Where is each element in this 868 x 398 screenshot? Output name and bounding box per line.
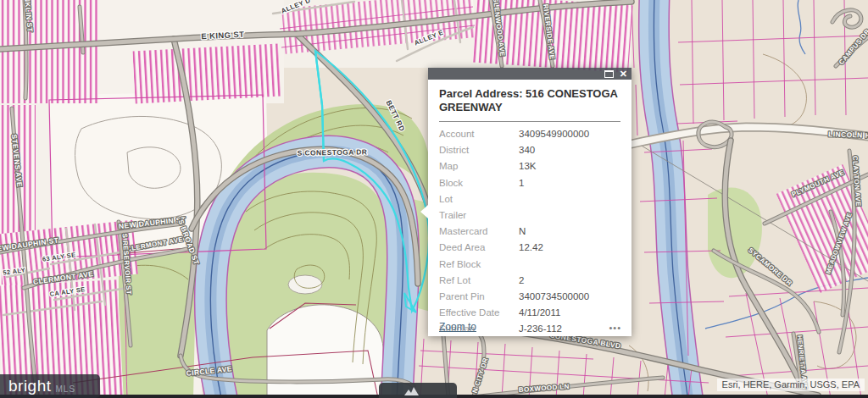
mountain-icon (404, 387, 420, 395)
basemap-thumbnail[interactable] (379, 383, 457, 398)
field-value: 4/11/2011 (519, 305, 560, 321)
field-value: 3400734500000 (519, 289, 589, 305)
popup-body: Parcel Address: 516 CONESTOGA GREENWAY A… (428, 80, 632, 336)
field-label: District (439, 142, 519, 158)
popup-field-row: District340 (439, 142, 620, 158)
popup-field-row: Deed Area12.42 (439, 240, 620, 256)
close-icon[interactable]: ✕ (620, 69, 627, 79)
field-value: 13K (519, 158, 536, 174)
zoom-to-link[interactable]: Zoom to (439, 321, 476, 333)
popup-fields: Account3409549900000District340Map13KBlo… (439, 126, 620, 337)
popup-title: Parcel Address: 516 CONESTOGA GREENWAY (439, 80, 620, 114)
popup-separator (439, 121, 620, 122)
field-label: Mastercard (439, 224, 519, 240)
popup-footer: Zoom to ••• (439, 321, 621, 333)
popup-field-row: Parent Pin3400734500000 (439, 289, 620, 305)
field-label: Deed Area (439, 240, 519, 256)
street-label: S CONESTOGA DR (298, 147, 368, 157)
popup-field-row: Account3409549900000 (439, 126, 620, 142)
field-value: 3409549900000 (519, 126, 589, 142)
popup-field-row: Trailer (439, 207, 620, 224)
map-attribution: Esri, HERE, Garmin, USGS, EPA (717, 379, 865, 391)
field-label: Parent Pin (439, 289, 519, 305)
popup-field-row: Block1 (439, 175, 620, 191)
brand-suffix: MLS (56, 384, 76, 394)
field-value: 340 (519, 142, 535, 158)
brand-name: bright (8, 377, 52, 395)
field-label: Block (439, 175, 519, 191)
popup-pointer (420, 205, 428, 218)
popup-field-row: Lot (439, 191, 620, 207)
field-value: 2 (519, 273, 524, 289)
field-label: Effective Date (439, 305, 519, 321)
map-application-window: E KING STALLEY DALLEY EBETT RDS CONESTOG… (0, 0, 868, 398)
brand-watermark: bright MLS (0, 374, 100, 398)
field-label: Account (439, 126, 519, 142)
popup-field-row: Map13K (439, 158, 620, 174)
street-label: LINCOLN H (828, 130, 868, 140)
field-value: 12.42 (519, 240, 543, 256)
field-value: N (519, 224, 526, 240)
field-label: Lot (439, 191, 519, 207)
popup-titlebar: ✕ (428, 68, 632, 80)
field-label: Ref Block (439, 257, 519, 273)
maximize-icon[interactable] (604, 70, 614, 78)
popup-field-row: Ref Lot2 (439, 273, 620, 289)
parcel-info-popup: ✕ Parcel Address: 516 CONESTOGA GREENWAY… (428, 68, 632, 336)
popup-field-row: Ref Block (439, 257, 620, 273)
more-options-button[interactable]: ••• (609, 323, 621, 333)
popup-field-row: MastercardN (439, 224, 620, 240)
popup-field-row: Effective Date4/11/2011 (439, 305, 620, 321)
field-value: 1 (519, 175, 524, 191)
field-label: Trailer (439, 207, 519, 224)
field-label: Ref Lot (439, 273, 519, 289)
field-label: Map (439, 158, 519, 174)
